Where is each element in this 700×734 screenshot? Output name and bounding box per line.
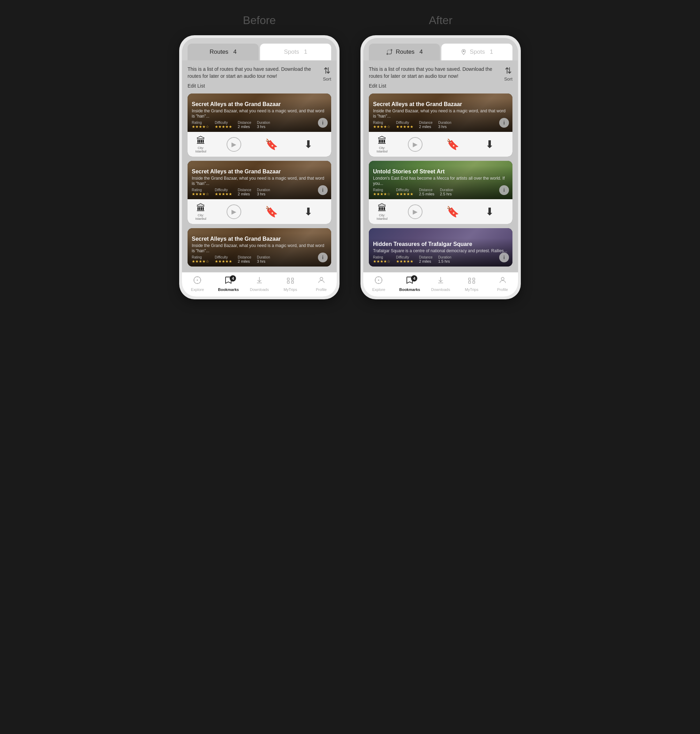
after-card-1-download-btn[interactable]: ⬇: [471, 138, 508, 150]
after-card-3-info-btn[interactable]: i: [499, 253, 509, 262]
before-nav-profile-icon: [317, 276, 326, 286]
after-sort-icon: ⇅: [505, 66, 512, 76]
after-card-3-title: Hidden Treasures of Trafalgar Square: [373, 241, 508, 247]
before-card-1-info-btn[interactable]: i: [318, 118, 328, 128]
before-nav-bookmarks-label: Bookmarks: [218, 287, 239, 292]
before-card-2-duration: Duration 3 hrs: [257, 188, 270, 196]
after-card-1-city-icon: 🏛: [378, 136, 387, 146]
before-description-text: This is a list of routes that you have s…: [188, 66, 319, 80]
svg-point-15: [378, 280, 379, 280]
before-card-2-download-btn[interactable]: ⬇: [290, 205, 327, 218]
before-card-1-top: Secret Alleys at the Grand Bazaar Inside…: [188, 93, 331, 132]
svg-point-24: [501, 277, 504, 280]
before-sort-button[interactable]: ⇅ Sort: [323, 66, 331, 82]
after-card-1-bookmark-btn[interactable]: 🔖: [434, 138, 471, 150]
after-card-2-bookmark-icon: 🔖: [446, 205, 459, 218]
before-nav-bookmarks-badge: 4: [230, 275, 236, 282]
before-card-1-bookmark-icon: 🔖: [265, 138, 278, 150]
before-card-1-download-btn[interactable]: ⬇: [290, 138, 327, 150]
after-card-1-rating-label: Rating: [373, 121, 390, 125]
before-card-3-desc: Inside the Grand Bazaar, what you need i…: [192, 243, 327, 254]
after-card-3-dur-value: 1.5 hrs: [438, 259, 451, 263]
after-card-1-info-row: Rating ★★★★☆ Difficulty ★★★★★: [373, 121, 508, 129]
before-nav-downloads-label: Downloads: [250, 287, 269, 292]
after-title: After: [429, 14, 453, 27]
before-card-2-rating: Rating ★★★★☆: [192, 188, 209, 196]
svg-point-10: [320, 277, 323, 280]
before-card-1-city-label: City:Istanbul: [195, 146, 206, 153]
after-nav-downloads[interactable]: Downloads: [425, 276, 456, 292]
before-nav-downloads[interactable]: Downloads: [244, 276, 275, 292]
after-card-1-rating-stars: ★★★★☆: [373, 125, 390, 129]
after-card-1-info-btn[interactable]: i: [499, 118, 509, 128]
before-card-2-play-circle: ▶: [226, 205, 241, 219]
after-nav-explore[interactable]: Explore: [363, 276, 394, 292]
before-card-1-dur-value: 3 hrs: [257, 125, 270, 129]
before-nav-profile[interactable]: Profile: [306, 276, 337, 292]
before-nav-mytrips[interactable]: MyTrips: [275, 276, 306, 292]
after-card-1-dur-label: Duration: [438, 121, 451, 125]
before-card-3-distance: Distance 2 miles: [238, 255, 251, 264]
before-nav-bookmarks[interactable]: 4 Bookmarks: [213, 276, 244, 292]
after-nav-mytrips[interactable]: MyTrips: [456, 276, 487, 292]
after-card-2-play-btn[interactable]: ▶: [397, 205, 434, 219]
after-card-3-dist-value: 2 miles: [419, 259, 432, 263]
after-tab-spots[interactable]: Spots 1: [441, 44, 512, 60]
after-card-2-info-btn[interactable]: i: [499, 185, 509, 195]
before-phone-inner: Routes 4 Spots 1 This is a list of route…: [182, 38, 337, 296]
after-card-2-bookmark-btn[interactable]: 🔖: [434, 205, 471, 218]
before-edit-list[interactable]: Edit List: [188, 83, 331, 88]
before-card-2-city-label: City:Istanbul: [195, 214, 206, 221]
after-card-2-download-btn[interactable]: ⬇: [471, 205, 508, 218]
page-wrapper: Before Routes 4 Spots 1: [158, 14, 542, 299]
before-tab-routes[interactable]: Routes 4: [188, 44, 259, 60]
after-nav-bookmarks-label: Bookmarks: [399, 287, 420, 292]
before-card-2-play-btn[interactable]: ▶: [215, 205, 253, 219]
before-card-2-rating-stars: ★★★★☆: [192, 192, 209, 196]
after-card-1-play-btn[interactable]: ▶: [397, 137, 434, 152]
after-card-1-top: Secret Alleys at the Grand Bazaar Inside…: [369, 93, 512, 132]
after-nav-profile-label: Profile: [497, 287, 508, 292]
before-card-2-bookmark-btn[interactable]: 🔖: [253, 205, 290, 218]
before-card-3-dist-value: 2 miles: [238, 259, 251, 263]
before-card-1-distance: Distance 2 miles: [238, 121, 251, 129]
before-nav-explore[interactable]: Explore: [182, 276, 213, 292]
after-nav-profile[interactable]: Profile: [487, 276, 518, 292]
before-card-2-info-btn[interactable]: i: [318, 185, 328, 195]
before-bottom-nav: Explore 4 Bookmarks: [182, 272, 337, 296]
before-card-3-dist-label: Distance: [238, 255, 251, 259]
before-phone: Routes 4 Spots 1 This is a list of route…: [179, 35, 340, 299]
before-card-3-rating-stars: ★★★★☆: [192, 259, 209, 264]
before-card-1-city-icon: 🏛: [196, 136, 205, 146]
before-card-3-info-btn[interactable]: i: [318, 253, 328, 262]
before-card-1-dist-value: 2 miles: [238, 125, 251, 129]
after-card-2-dur-label: Duration: [440, 188, 453, 192]
after-card-1-title: Secret Alleys at the Grand Bazaar: [373, 101, 508, 108]
before-card-1-play-btn[interactable]: ▶: [215, 137, 253, 152]
after-card-1-bottom: 🏛 City:Istanbul ▶ 🔖 ⬇: [369, 132, 512, 157]
before-card-1-bookmark-btn[interactable]: 🔖: [253, 138, 290, 150]
before-tab-spots[interactable]: Spots 1: [260, 44, 331, 60]
after-card-1-city: 🏛 City:Istanbul: [373, 136, 391, 153]
after-card-3-desc: Trafalgar Square is a centre of national…: [373, 248, 508, 254]
before-nav-profile-label: Profile: [316, 287, 326, 292]
after-card-2-dist-label: Distance: [419, 188, 434, 192]
after-sort-button[interactable]: ⇅ Sort: [504, 66, 512, 82]
before-card-3-difficulty: Difficulty ★★★★★: [215, 255, 232, 264]
after-description-row: This is a list of routes that you have s…: [369, 66, 512, 82]
before-card-3-dur-value: 3 hrs: [257, 259, 270, 263]
before-card-2-rating-label: Rating: [192, 188, 209, 192]
after-edit-list[interactable]: Edit List: [369, 83, 512, 88]
after-nav-bookmarks[interactable]: 4 Bookmarks: [394, 276, 425, 292]
after-card-2-city-icon: 🏛: [378, 203, 387, 214]
after-card-2-top: Untold Stories of Street Art London's Ea…: [369, 161, 512, 199]
before-card-2-dist-value: 2 miles: [238, 192, 251, 196]
svg-rect-22: [469, 281, 471, 283]
before-card-2-overlay: Secret Alleys at the Grand Bazaar Inside…: [188, 166, 331, 199]
after-card-3: Hidden Treasures of Trafalgar Square Tra…: [369, 228, 512, 267]
after-spots-tab-icon: [460, 49, 467, 56]
before-routes-label: Routes 4: [209, 49, 237, 56]
after-card-1: Secret Alleys at the Grand Bazaar Inside…: [369, 93, 512, 157]
after-tab-routes[interactable]: Routes 4: [369, 44, 440, 60]
before-card-3-overlay: Secret Alleys at the Grand Bazaar Inside…: [188, 233, 331, 267]
